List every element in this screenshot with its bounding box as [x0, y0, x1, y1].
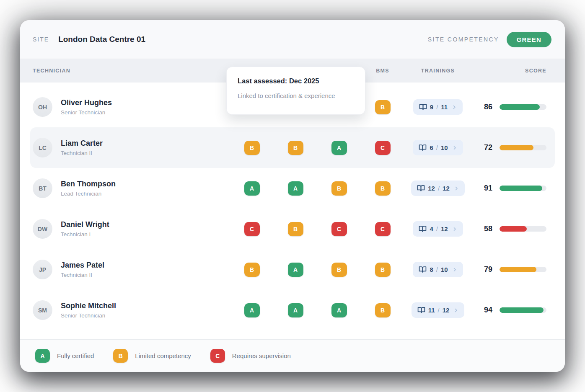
- column-score: SCORE: [471, 68, 546, 74]
- column-bms: BMS: [361, 68, 404, 74]
- cell-tech: B: [230, 141, 274, 155]
- trainings-separator: /: [438, 307, 440, 314]
- trainings-button[interactable]: 9 / 11: [413, 99, 463, 115]
- score-cell: 72: [471, 143, 546, 152]
- cell-tech: B: [230, 263, 274, 277]
- grade-badge: B: [375, 263, 391, 277]
- legend-label: Fully certified: [57, 352, 94, 359]
- cell-bms: B: [361, 181, 404, 196]
- cell-mech: A: [317, 141, 361, 155]
- grade-badge: B: [331, 181, 347, 196]
- trainings-separator: /: [438, 185, 440, 192]
- score-bar-fill: [500, 186, 542, 191]
- grade-badge: A: [244, 303, 260, 317]
- technician-role: Technician II: [61, 150, 103, 156]
- table-row[interactable]: SM Sophie Mitchell Senior Technician A A…: [20, 290, 565, 330]
- technician-identity: Ben Thompson Lead Technician: [61, 180, 116, 197]
- trainings-button[interactable]: 12 / 12: [411, 181, 465, 196]
- score-bar-fill: [500, 226, 527, 232]
- cell-bms: C: [361, 141, 404, 155]
- score-bar-fill: [500, 104, 540, 110]
- trainings-done: 8: [430, 266, 433, 273]
- grade-badge: A: [288, 181, 303, 196]
- trainings-button[interactable]: 6 / 10: [413, 140, 463, 155]
- technician-role: Lead Technician: [61, 191, 116, 197]
- site-competency-badge: GREEN: [507, 32, 551, 47]
- avatar: LC: [33, 138, 52, 157]
- legend-item-a: A Fully certified: [35, 349, 94, 363]
- technician-identity: Daniel Wright Technician I: [61, 220, 109, 237]
- open-book-icon: [419, 103, 427, 111]
- tooltip-title: Last assessed: Dec 2025: [238, 77, 354, 85]
- technician-name: Oliver Hughes: [61, 98, 112, 107]
- table-row[interactable]: BT Ben Thompson Lead Technician A A B B …: [20, 168, 565, 209]
- score-cell: 58: [471, 224, 546, 233]
- table-row[interactable]: DW Daniel Wright Technician I C B C C 4 …: [20, 209, 565, 249]
- grade-badge: A: [288, 263, 303, 277]
- legend-item-c: C Requires supervision: [210, 349, 291, 363]
- grade-badge: B: [288, 141, 303, 155]
- technician-name: Sophie Mitchell: [61, 302, 116, 310]
- trainings-separator: /: [436, 103, 438, 111]
- cell-mech: B: [317, 181, 361, 196]
- grade-badge: A: [331, 303, 347, 317]
- trainings-cell: 4 / 12: [404, 221, 471, 237]
- grade-badge: C: [331, 222, 347, 236]
- trainings-button[interactable]: 11 / 12: [412, 302, 465, 318]
- site-competency-card: SITE London Data Centre 01 SITE COMPETEN…: [20, 20, 565, 372]
- cell-mech: B: [317, 263, 361, 277]
- table-row[interactable]: LC Liam Carter Technician II B B A C 6 /…: [30, 127, 555, 168]
- technician-name: James Patel: [61, 261, 104, 270]
- cell-elec: A: [274, 263, 317, 277]
- trainings-done: 12: [428, 185, 435, 192]
- open-book-icon: [419, 144, 427, 152]
- chevron-right-icon: [452, 105, 457, 110]
- grade-badge: C: [244, 222, 260, 236]
- trainings-done: 9: [430, 103, 433, 111]
- score-cell: 86: [471, 103, 546, 111]
- site-name: London Data Centre 01: [58, 35, 145, 44]
- cell-elec: B: [274, 222, 317, 236]
- trainings-separator: /: [436, 144, 438, 151]
- score-bar: [500, 104, 546, 110]
- grade-badge: A: [244, 181, 260, 196]
- score-bar-fill: [500, 145, 533, 150]
- trainings-total: 12: [441, 225, 448, 232]
- technician-identity: Liam Carter Technician II: [61, 139, 103, 156]
- assessment-tooltip: Last assessed: Dec 2025 Linked to certif…: [226, 67, 365, 115]
- trainings-cell: 6 / 10: [404, 140, 471, 155]
- technician-cell: BT Ben Thompson Lead Technician: [33, 178, 230, 198]
- technician-cell: JP James Patel Technician II: [33, 260, 230, 279]
- trainings-total: 10: [441, 144, 448, 151]
- cell-bms: B: [361, 100, 404, 114]
- table-row[interactable]: JP James Patel Technician II B A B B 8 /…: [20, 249, 565, 290]
- score-value: 91: [471, 184, 492, 193]
- score-bar-fill: [500, 267, 536, 272]
- trainings-total: 12: [443, 185, 450, 192]
- score-value: 72: [471, 143, 492, 152]
- score-value: 94: [471, 306, 492, 315]
- trainings-total: 12: [443, 307, 450, 314]
- grade-badge: C: [375, 222, 391, 236]
- score-value: 86: [471, 103, 492, 111]
- technician-cell: OH Oliver Hughes Senior Technician: [33, 97, 230, 117]
- cell-mech: A: [317, 303, 361, 317]
- cell-bms: B: [361, 263, 404, 277]
- chevron-right-icon: [452, 227, 457, 232]
- cell-tech: A: [230, 303, 274, 317]
- cell-mech: C: [317, 222, 361, 236]
- column-trainings: TRAININGS: [404, 68, 471, 74]
- avatar: JP: [33, 260, 52, 279]
- score-bar: [500, 267, 546, 272]
- technician-role: Technician II: [61, 272, 104, 278]
- cell-elec: A: [274, 303, 317, 317]
- technician-role: Technician I: [61, 231, 109, 237]
- trainings-cell: 9 / 11: [404, 99, 471, 115]
- grade-badge: B: [244, 263, 260, 277]
- trainings-total: 11: [441, 103, 448, 111]
- trainings-button[interactable]: 8 / 10: [413, 262, 463, 277]
- trainings-button[interactable]: 4 / 12: [413, 221, 463, 237]
- trainings-done: 4: [430, 225, 433, 232]
- cell-elec: A: [274, 181, 317, 196]
- technician-cell: LC Liam Carter Technician II: [33, 138, 230, 157]
